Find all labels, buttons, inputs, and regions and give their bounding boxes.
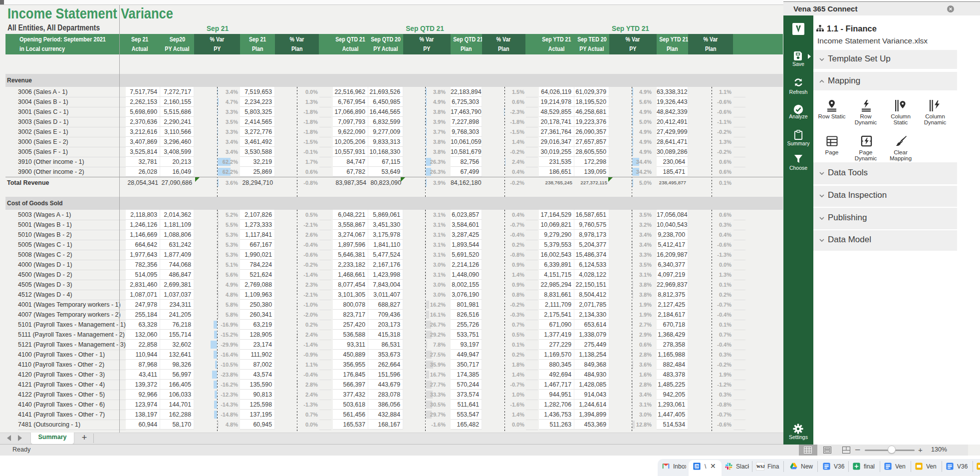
svg-text:26: 26	[695, 465, 699, 468]
